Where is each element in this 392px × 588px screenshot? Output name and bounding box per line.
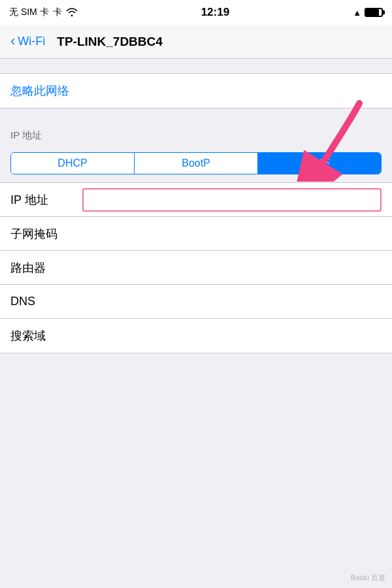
back-label: Wi-Fi bbox=[18, 35, 45, 48]
mid-spacer bbox=[0, 108, 392, 123]
segment-area: DHCP BootP 静态 bbox=[0, 146, 392, 182]
ip-header-label: IP 地址 bbox=[10, 129, 42, 140]
location-icon: ▲ bbox=[353, 8, 361, 18]
battery-icon bbox=[365, 8, 383, 17]
nav-bar: ‹ Wi-Fi TP-LINK_7DBBC4 bbox=[0, 25, 392, 59]
subnet-mask-label: 子网掩码 bbox=[10, 226, 82, 242]
segment-bootp-label: BootP bbox=[182, 157, 210, 169]
top-spacer bbox=[0, 59, 392, 73]
ip-address-input[interactable] bbox=[82, 188, 382, 212]
segment-dhcp[interactable]: DHCP bbox=[11, 153, 135, 174]
watermark: Baidu 百度 bbox=[351, 573, 385, 583]
search-domain-label: 搜索域 bbox=[10, 328, 82, 344]
nav-back-button[interactable]: ‹ Wi-Fi bbox=[10, 35, 45, 48]
carrier-label: 无 SIM 卡 bbox=[9, 7, 49, 18]
segment-bootp[interactable]: BootP bbox=[135, 153, 258, 174]
ip-address-row: IP 地址 bbox=[0, 183, 392, 217]
segment-dhcp-label: DHCP bbox=[57, 157, 87, 169]
segment-control: DHCP BootP 静态 bbox=[10, 152, 382, 174]
nav-title: TP-LINK_7DBBC4 bbox=[57, 35, 163, 49]
subnet-mask-row[interactable]: 子网掩码 bbox=[0, 217, 392, 251]
segment-static[interactable]: 静态 bbox=[258, 153, 381, 174]
router-row[interactable]: 路由器 bbox=[0, 251, 392, 285]
status-right: ▲ bbox=[353, 8, 383, 18]
ignore-network-label: 忽略此网络 bbox=[10, 83, 69, 99]
dns-row[interactable]: DNS bbox=[0, 285, 392, 319]
segment-static-label: 静态 bbox=[309, 157, 330, 171]
ip-address-label: IP 地址 bbox=[10, 192, 82, 208]
sim-icon: 卡 bbox=[53, 7, 62, 18]
dns-label: DNS bbox=[10, 295, 82, 308]
back-chevron-icon: ‹ bbox=[10, 34, 15, 48]
wifi-icon bbox=[66, 7, 78, 18]
ignore-network-row[interactable]: 忽略此网络 bbox=[0, 74, 392, 108]
ip-form-group: IP 地址 子网掩码 路由器 DNS 搜索域 bbox=[0, 182, 392, 353]
search-domain-row[interactable]: 搜索域 bbox=[0, 319, 392, 353]
content: 忽略此网络 IP 地址 DHCP BootP 静态 IP 地址 子网 bbox=[0, 59, 392, 353]
ip-section-header: IP 地址 bbox=[0, 123, 392, 146]
ignore-network-group: 忽略此网络 bbox=[0, 73, 392, 108]
status-left: 无 SIM 卡 卡 bbox=[9, 7, 78, 18]
router-label: 路由器 bbox=[10, 260, 82, 276]
status-bar: 无 SIM 卡 卡 12:19 ▲ bbox=[0, 0, 392, 25]
status-time: 12:19 bbox=[201, 6, 229, 19]
